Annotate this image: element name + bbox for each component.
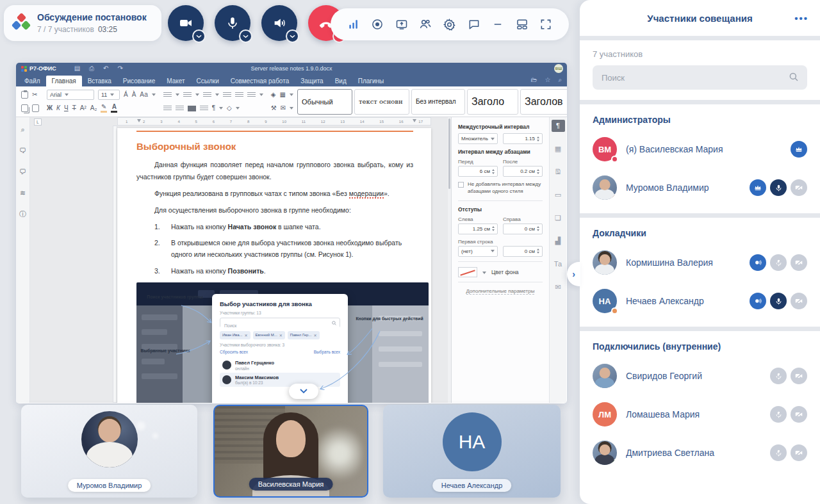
tab-references[interactable]: Ссылки [191, 76, 225, 86]
cam-off-icon[interactable] [791, 444, 807, 461]
close-icon[interactable]: ✕ [313, 333, 316, 337]
reset-all-link[interactable]: Сбросить всех [220, 350, 248, 354]
line-spacing-value-input[interactable]: 1.15 [503, 133, 543, 144]
cam-off-icon[interactable] [791, 179, 807, 196]
underline-button[interactable]: Ч [64, 105, 69, 111]
textart-settings-icon[interactable]: Та [552, 258, 565, 270]
tab-file[interactable]: Файл [19, 76, 46, 86]
align-center-icon[interactable] [176, 106, 184, 111]
image-settings-icon[interactable]: 🖻 [552, 166, 565, 178]
select-all-link[interactable]: Выбрать всех [314, 350, 340, 354]
mic-off-icon[interactable] [770, 406, 787, 423]
tab-home[interactable]: Главная [46, 76, 82, 86]
speaker-badge-icon[interactable] [750, 254, 766, 271]
bullet-list-icon[interactable] [163, 92, 172, 98]
line-spacing-mode-select[interactable]: Множитель [458, 133, 498, 144]
participants-icon[interactable] [418, 17, 433, 32]
selected-chip[interactable]: Евгений М...✕ [253, 331, 285, 339]
document-scrollbar[interactable] [448, 117, 451, 403]
tab-plugins[interactable]: Плагины [352, 76, 390, 86]
justify-icon[interactable] [200, 106, 208, 111]
participant-row[interactable]: Кормишина Валерия [593, 248, 807, 277]
clear-style-icon[interactable]: ◈ [271, 92, 276, 98]
about-icon[interactable]: ⓘ [19, 211, 26, 218]
more-options-icon[interactable]: ••• [794, 13, 808, 24]
tab-collaboration[interactable]: Совместная работа [225, 76, 295, 86]
cut-icon[interactable]: ✂ [32, 92, 37, 98]
horizontal-ruler[interactable]: 1234567891011121314151617 [117, 117, 431, 126]
background-color-swatch[interactable] [458, 267, 477, 277]
select-all-icon[interactable] [32, 104, 39, 112]
participant-row[interactable]: НА Нечаев Александр [593, 287, 807, 315]
mic-off-icon[interactable] [770, 254, 787, 271]
italic-button[interactable]: К [56, 105, 60, 111]
mail-merge-settings-icon[interactable]: ✉ [552, 281, 565, 293]
chat-icon[interactable] [466, 17, 482, 32]
chart-settings-icon[interactable]: ▟ [552, 235, 565, 247]
mail-merge-icon[interactable]: ✉ [281, 105, 286, 111]
numbered-list-icon[interactable] [183, 92, 192, 98]
multilevel-list-icon[interactable] [203, 92, 211, 98]
subscript-button[interactable]: А₂ [90, 105, 97, 111]
right-margin-marker[interactable] [413, 119, 416, 122]
cam-off-icon[interactable] [791, 293, 807, 309]
highlight-color-button[interactable]: ✎ [101, 104, 107, 113]
font-color-button[interactable]: А [111, 104, 117, 113]
document-page[interactable]: Выборочный звонок Данная функция позволя… [117, 128, 431, 403]
close-icon[interactable]: ✕ [279, 333, 283, 337]
line-spacing-icon[interactable] [247, 92, 256, 98]
shading-icon[interactable]: ◇ [227, 105, 232, 111]
ruler-units-box[interactable]: L [34, 118, 42, 126]
close-icon[interactable]: ✕ [245, 333, 248, 337]
video-tile-nechaev[interactable]: НА Нечаев Александр [383, 405, 561, 498]
mic-on-icon[interactable] [770, 293, 787, 309]
strikethrough-button[interactable]: Т [72, 105, 76, 111]
paste-icon[interactable] [21, 91, 28, 99]
font-size-select[interactable]: 11 [98, 90, 120, 100]
indent-marker[interactable] [137, 119, 141, 122]
decrease-indent-icon[interactable] [223, 92, 231, 98]
account-avatar[interactable]: ВШ [554, 64, 563, 73]
microphone-button[interactable] [215, 5, 250, 41]
tab-layout[interactable]: Макет [161, 76, 190, 86]
style-heading1[interactable]: Заголо [467, 89, 518, 115]
table-settings-icon[interactable]: ▦ [552, 143, 565, 155]
tab-draw[interactable]: Рисование [117, 76, 161, 86]
selected-chip[interactable]: Иван Ива...✕ [220, 331, 250, 339]
fullscreen-icon[interactable] [538, 17, 554, 32]
video-tile-muromov[interactable]: Муромов Владимир [21, 405, 197, 498]
record-icon[interactable] [370, 17, 385, 32]
comments-icon[interactable]: 🗨 [19, 147, 26, 154]
selected-chip[interactable]: Павел Гер...✕ [288, 331, 320, 339]
crown-icon[interactable] [750, 179, 766, 196]
increase-font-icon[interactable]: А́ [124, 92, 128, 98]
cam-off-icon[interactable] [791, 368, 807, 384]
print-icon[interactable]: ⎙ [89, 63, 94, 74]
document-canvas[interactable]: L 1234567891011121314151617 Выборочный з… [30, 117, 448, 403]
nonprinting-chars-icon[interactable]: ¶ [212, 105, 215, 111]
style-heading2[interactable]: Заголов [520, 89, 567, 115]
camera-options-button[interactable] [192, 29, 206, 43]
participant-row[interactable]: Свиридов Георгий [593, 362, 807, 390]
indent-left-input[interactable]: 1.25 см [458, 224, 498, 234]
style-body-text[interactable]: текст основн [354, 89, 409, 115]
mic-off-icon[interactable] [770, 444, 787, 461]
participant-row[interactable]: ВМ (я) Василевская Мария [593, 135, 807, 163]
tab-protection[interactable]: Защита [295, 76, 329, 86]
cam-off-icon[interactable] [791, 254, 807, 271]
spacing-before-input[interactable]: 6 см [458, 166, 498, 177]
align-right-icon[interactable] [188, 106, 196, 111]
open-location-icon[interactable]: 🗁 [530, 76, 537, 84]
no-interval-checkbox[interactable] [458, 182, 464, 188]
undo-icon[interactable]: ↶ [103, 63, 108, 74]
copy-icon[interactable] [21, 104, 28, 112]
mic-off-icon[interactable] [770, 368, 787, 384]
person-row[interactable]: Павел Герщанкоонлайн [220, 358, 340, 373]
increase-indent-icon[interactable] [235, 92, 243, 98]
find-icon[interactable]: ⌕ [20, 126, 24, 133]
save-icon[interactable]: ▤ [74, 63, 80, 74]
minimize-icon[interactable] [490, 17, 505, 32]
redo-icon[interactable]: ↷ [118, 63, 123, 74]
font-family-select[interactable]: Arial [47, 90, 94, 100]
participants-search-input[interactable] [593, 65, 807, 90]
